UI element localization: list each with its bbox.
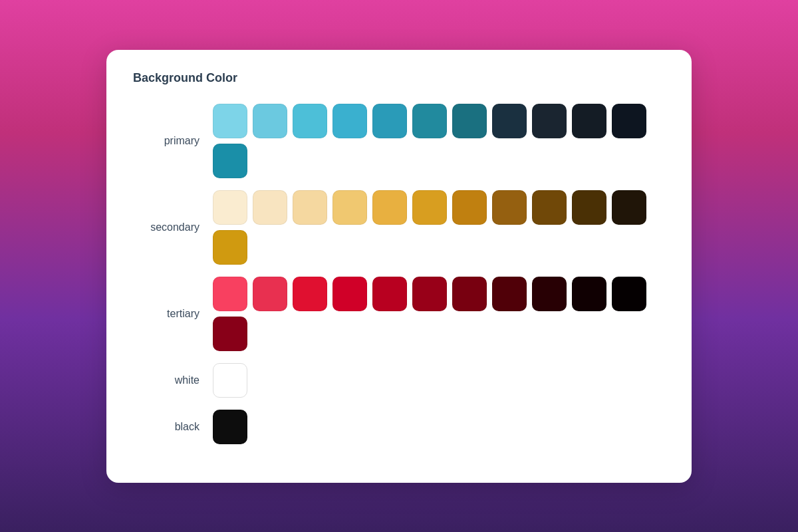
row-label-tertiary: tertiary (133, 308, 213, 320)
swatch-secondary-7[interactable] (492, 190, 527, 225)
swatch-primary-1[interactable] (253, 104, 287, 138)
row-label-primary: primary (133, 135, 213, 147)
swatches-black (213, 410, 247, 444)
swatch-primary-6[interactable] (452, 104, 487, 138)
swatch-tertiary-6[interactable] (452, 277, 487, 311)
color-row-white: white (133, 363, 665, 398)
row-label-black: black (133, 421, 213, 433)
swatch-black-0[interactable] (213, 410, 247, 444)
swatch-secondary-10[interactable] (612, 190, 646, 225)
swatch-secondary-5[interactable] (412, 190, 447, 225)
swatch-primary-0[interactable] (213, 104, 247, 138)
swatch-secondary-11[interactable] (213, 230, 247, 265)
swatch-tertiary-0[interactable] (213, 277, 247, 311)
swatch-primary-10[interactable] (612, 104, 646, 138)
swatch-tertiary-3[interactable] (332, 277, 367, 311)
swatches-primary (213, 104, 665, 178)
swatch-secondary-2[interactable] (293, 190, 327, 225)
swatch-secondary-4[interactable] (372, 190, 407, 225)
swatches-white (213, 363, 247, 398)
swatch-primary-7[interactable] (492, 104, 527, 138)
swatches-secondary (213, 190, 665, 265)
swatch-tertiary-8[interactable] (532, 277, 567, 311)
color-row-primary: primary (133, 104, 665, 178)
swatch-secondary-8[interactable] (532, 190, 567, 225)
color-picker-panel: Background Color primarysecondarytertiar… (106, 50, 692, 483)
swatch-primary-2[interactable] (293, 104, 327, 138)
color-row-secondary: secondary (133, 190, 665, 265)
swatch-primary-5[interactable] (412, 104, 447, 138)
swatch-primary-9[interactable] (572, 104, 606, 138)
swatch-tertiary-5[interactable] (412, 277, 447, 311)
swatch-secondary-3[interactable] (332, 190, 367, 225)
swatch-tertiary-10[interactable] (612, 277, 646, 311)
swatch-secondary-9[interactable] (572, 190, 606, 225)
swatch-primary-3[interactable] (332, 104, 367, 138)
color-row-tertiary: tertiary (133, 277, 665, 351)
swatch-secondary-6[interactable] (452, 190, 487, 225)
swatch-tertiary-1[interactable] (253, 277, 287, 311)
panel-title: Background Color (133, 71, 665, 85)
swatches-tertiary (213, 277, 665, 351)
color-row-black: black (133, 410, 665, 444)
swatch-primary-8[interactable] (532, 104, 567, 138)
swatch-tertiary-7[interactable] (492, 277, 527, 311)
swatch-primary-11[interactable] (213, 144, 247, 178)
swatch-tertiary-2[interactable] (293, 277, 327, 311)
row-label-secondary: secondary (133, 221, 213, 233)
swatch-secondary-1[interactable] (253, 190, 287, 225)
swatch-secondary-0[interactable] (213, 190, 247, 225)
swatch-tertiary-9[interactable] (572, 277, 606, 311)
swatch-primary-4[interactable] (372, 104, 407, 138)
swatch-tertiary-4[interactable] (372, 277, 407, 311)
row-label-white: white (133, 374, 213, 386)
swatch-white-0[interactable] (213, 363, 247, 398)
swatch-tertiary-11[interactable] (213, 317, 247, 351)
